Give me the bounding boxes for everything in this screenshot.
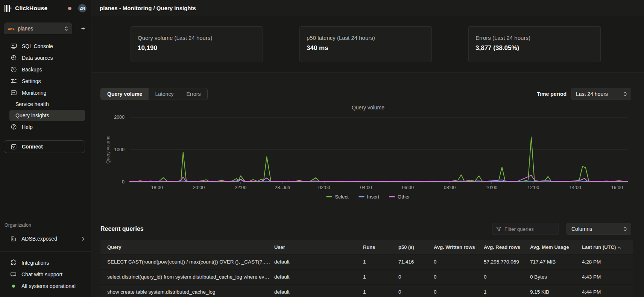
sidebar-item-chat-with-support[interactable]: Chat with support bbox=[0, 268, 91, 280]
time-period-wrap: Time period Last 24 hours bbox=[537, 88, 631, 100]
monitoring-icon bbox=[10, 89, 17, 96]
avatar[interactable]: ZN bbox=[78, 4, 87, 12]
organization-name: ADSB.exposed bbox=[21, 236, 57, 242]
y-tick-label: 2000 bbox=[114, 115, 125, 120]
sidebar-item-sql-console[interactable]: SQL Console bbox=[0, 40, 91, 52]
stats-band: Query volume (Last 24 hours)10,190p50 la… bbox=[91, 16, 644, 73]
table-row[interactable]: SELECT CAST(round(pow(count() / max(coun… bbox=[100, 254, 633, 269]
chevron-updown-icon bbox=[64, 26, 68, 31]
column-header-last-run-utc-[interactable]: Last run (UTC) bbox=[582, 244, 633, 250]
tab-query-volume[interactable]: Query volume bbox=[101, 88, 149, 100]
sidebar-item-label: Chat with support bbox=[21, 271, 62, 277]
sidebar-subitem-label: Query insights bbox=[15, 112, 49, 118]
tab-latency[interactable]: Latency bbox=[149, 88, 180, 100]
sql-console-icon bbox=[10, 43, 17, 50]
table-header-row: QueryUserRunsp50 (s)Avg. Written rowsAvg… bbox=[100, 240, 633, 254]
cell-value: 4:44 PM bbox=[582, 289, 633, 295]
cell-query: show create table system.distributed_cac… bbox=[100, 289, 274, 295]
legend-label: Select bbox=[335, 194, 348, 200]
status-dot bbox=[12, 285, 15, 288]
brand-title: ClickHouse bbox=[15, 5, 47, 12]
filter-queries-box[interactable] bbox=[492, 223, 559, 235]
legend-item-other[interactable]: Other bbox=[389, 194, 410, 200]
legend-item-insert[interactable]: Insert bbox=[358, 194, 380, 200]
table-row[interactable]: select distrinct(query_id) from system.d… bbox=[100, 269, 633, 284]
sidebar-item-monitoring[interactable]: Monitoring bbox=[0, 87, 91, 98]
cell-query: SELECT CAST(round(pow(count() / max(coun… bbox=[100, 259, 274, 265]
x-tick-label: 02:00 bbox=[318, 185, 330, 190]
sidebar-item-integrations[interactable]: Integrations bbox=[0, 257, 91, 268]
app: ClickHouse ZN aws planes + SQL ConsoleDa… bbox=[0, 0, 644, 297]
legend-swatch bbox=[326, 196, 332, 197]
brand-row: ClickHouse ZN bbox=[0, 0, 91, 17]
sidebar-help-slot: Help bbox=[0, 121, 91, 133]
x-tick-label: 16:00 bbox=[611, 185, 623, 190]
x-tick-label: 14:00 bbox=[569, 185, 581, 190]
time-period-select[interactable]: Last 24 hours bbox=[571, 88, 631, 100]
stat-card-value: 340 ms bbox=[307, 44, 425, 52]
add-service-button[interactable]: + bbox=[81, 25, 85, 32]
sidebar-item-label: Integrations bbox=[21, 260, 49, 266]
column-header-avg-written-rows[interactable]: Avg. Written rows bbox=[434, 244, 484, 250]
legend-label: Insert bbox=[367, 194, 380, 200]
y-tick-label: 1000 bbox=[114, 147, 125, 152]
integrations-icon bbox=[10, 259, 17, 266]
chart-legend: SelectInsertOther bbox=[100, 194, 636, 200]
column-header-user[interactable]: User bbox=[274, 244, 363, 250]
x-tick-label: 06:00 bbox=[402, 185, 414, 190]
columns-select[interactable]: Columns bbox=[567, 223, 631, 235]
sidebar-subitem-query-insights[interactable]: Query insights bbox=[9, 110, 85, 121]
column-header-avg-mem-usage[interactable]: Avg. Mem Usage bbox=[530, 244, 582, 250]
aws-icon: aws bbox=[8, 27, 15, 30]
sidebar-item-backups[interactable]: Backups bbox=[0, 64, 91, 75]
organization-icon bbox=[10, 236, 17, 242]
clickhouse-logo-icon bbox=[5, 5, 12, 12]
filter-queries-input[interactable] bbox=[504, 226, 553, 232]
sidebar-item-help[interactable]: Help bbox=[0, 121, 91, 133]
sidebar-item-data-sources[interactable]: Data sources bbox=[0, 52, 91, 64]
column-header-runs[interactable]: Runs bbox=[363, 244, 398, 250]
service-selector[interactable]: aws planes bbox=[4, 23, 72, 34]
cell-value: 0 bbox=[434, 259, 484, 265]
sidebar-item-all-systems-operational[interactable]: All systems operational bbox=[0, 280, 91, 292]
stat-card-value: 10,190 bbox=[138, 44, 256, 52]
tab-errors[interactable]: Errors bbox=[180, 88, 207, 100]
cell-value: default bbox=[274, 259, 363, 265]
cell-value: 0 bbox=[434, 289, 484, 295]
stat-card-label: Query volume (Last 24 hours) bbox=[138, 35, 256, 41]
chart-tabs: Query volumeLatencyErrors bbox=[100, 88, 208, 100]
column-header-query[interactable]: Query bbox=[100, 244, 274, 250]
x-tick-label: 20:00 bbox=[193, 185, 205, 190]
sidebar-subitem-label: Service health bbox=[15, 101, 49, 107]
table-body: SELECT CAST(round(pow(count() / max(coun… bbox=[100, 254, 633, 297]
table-row[interactable]: show create table system.distributed_cac… bbox=[100, 284, 633, 297]
sidebar-item-label: Monitoring bbox=[22, 90, 46, 96]
stat-card-1: p50 latency (Last 24 hours)340 ms bbox=[299, 26, 432, 62]
sidebar-item-label: Help bbox=[22, 124, 33, 130]
sidebar-item-settings[interactable]: Settings bbox=[0, 75, 91, 87]
sidebar-item-label: Settings bbox=[22, 78, 41, 84]
sidebar-item-label: SQL Console bbox=[22, 43, 53, 49]
organization-section-label: Organization bbox=[0, 223, 91, 228]
backups-icon bbox=[10, 66, 17, 73]
legend-label: Other bbox=[398, 194, 410, 200]
cell-value: 1 bbox=[363, 274, 398, 280]
recent-queries-header-row: Recent queries Columns bbox=[100, 223, 631, 235]
cell-value: 0 bbox=[434, 274, 484, 280]
cell-value: 0 Bytes bbox=[530, 274, 582, 280]
legend-swatch bbox=[358, 196, 365, 197]
legend-item-select[interactable]: Select bbox=[326, 194, 348, 200]
chevron-updown-icon bbox=[623, 226, 627, 232]
y-axis-label: Query volume bbox=[105, 135, 111, 164]
connect-button[interactable]: Connect bbox=[4, 140, 85, 153]
sidebar-subitem-service-health[interactable]: Service health bbox=[9, 98, 85, 110]
service-name: planes bbox=[18, 26, 64, 32]
organization-item[interactable]: ADSB.exposed bbox=[0, 233, 91, 244]
cell-value: 1 bbox=[363, 259, 398, 265]
cell-value: default bbox=[274, 289, 363, 295]
column-header-p50-s-[interactable]: p50 (s) bbox=[398, 244, 434, 250]
funnel-icon bbox=[496, 226, 501, 232]
cell-value: 1 bbox=[363, 289, 398, 295]
chart-controls-row: Query volumeLatencyErrors Time period La… bbox=[100, 88, 631, 100]
column-header-avg-read-rows[interactable]: Avg. Read rows bbox=[484, 244, 530, 250]
